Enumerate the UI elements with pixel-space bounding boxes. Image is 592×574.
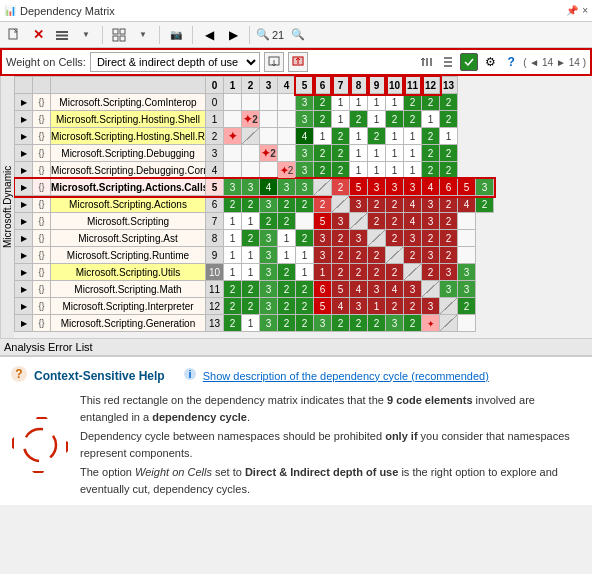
expand-cell[interactable]: ▶ [15, 281, 33, 298]
expand-cell[interactable]: ▶ [15, 264, 33, 281]
col-header-4[interactable]: 4 [278, 77, 296, 94]
row-label-13[interactable]: Microsoft.Scripting.Generation [51, 315, 206, 332]
expand-cell[interactable]: ▶ [15, 230, 33, 247]
col-header-11[interactable]: 11 [404, 77, 422, 94]
row-label-2[interactable]: Microsoft.Scripting.Hosting.Shell.R [51, 128, 206, 145]
svg-marker-23 [36, 417, 48, 419]
expand-cell[interactable]: ▶ [15, 213, 33, 230]
row-label-1[interactable]: Microsoft.Scripting.Hosting.Shell [51, 111, 206, 128]
forward-button[interactable]: ▶ [223, 25, 243, 45]
zoom-info: 🔍 21 [256, 28, 284, 41]
svg-point-27 [24, 429, 56, 461]
table-row: ▶ {} Microsoft.Scripting.Hosting.Shell 1… [15, 111, 494, 128]
table-row: ▶ {} Microsoft.Scripting.Utils 10 1 1 3 … [15, 264, 494, 281]
import-icon-button[interactable] [288, 52, 308, 72]
col-header-9[interactable]: 9 [368, 77, 386, 94]
type-icon: {} [33, 94, 51, 111]
zoom-value: 21 [272, 29, 284, 41]
arrange-cols-button[interactable] [418, 53, 436, 71]
settings-button[interactable] [52, 25, 72, 45]
table-row: ▶ {} Microsoft.Scripting.Actions.Calls 5… [15, 179, 494, 196]
side-label: Microsoft.Dynamic [0, 76, 14, 338]
window-title: Dependency Matrix [20, 5, 566, 17]
row-label-6[interactable]: Microsoft.Scripting.Actions [51, 196, 206, 213]
expand-cell[interactable]: ▶ [15, 179, 33, 196]
type-icon: {} [33, 179, 51, 196]
expand-cell[interactable]: ▶ [15, 247, 33, 264]
row-num-1: 1 [206, 111, 224, 128]
table-row: ▶ {} Microsoft.Scripting 7 1 1 2 2 5 3 2… [15, 213, 494, 230]
green-filter-button[interactable] [460, 53, 478, 71]
row-label-0[interactable]: Microsoft.Scripting.ComInterop [51, 94, 206, 111]
row-num-10: 10 [206, 264, 224, 281]
weight-bar: Weight on Cells: Direct & indirect depth… [0, 48, 592, 76]
svg-rect-3 [56, 38, 68, 40]
delete-button[interactable]: ✕ [28, 25, 48, 45]
row-label-7[interactable]: Microsoft.Scripting [51, 213, 206, 230]
analysis-error-bar[interactable]: Analysis Error List [0, 338, 592, 356]
expand-cell[interactable]: ▶ [15, 196, 33, 213]
svg-rect-7 [120, 36, 125, 41]
row-label-12[interactable]: Microsoft.Scripting.Interpreter [51, 298, 206, 315]
pin-button[interactable]: 📌 [566, 5, 578, 16]
table-row: ▶ {} Microsoft.Scripting.Hosting.Shell.R… [15, 128, 494, 145]
svg-text:i: i [188, 368, 191, 380]
col-header-7[interactable]: 7 [332, 77, 350, 94]
col-header-10[interactable]: 10 [386, 77, 404, 94]
help-title: Context-Sensitive Help [34, 369, 165, 383]
col-header-6[interactable]: 6 [314, 77, 332, 94]
help-paragraph-3: The option Weight on Cells set to Direct… [80, 464, 582, 497]
type-icon: {} [33, 111, 51, 128]
matrix-container[interactable]: 0 1 2 3 4 5 6 7 8 9 10 11 12 13 [14, 76, 592, 336]
sep2 [159, 26, 160, 44]
table-row: ▶ {} Microsoft.Scripting.Math 11 2 2 3 2… [15, 281, 494, 298]
row-num-4: 4 [206, 162, 224, 179]
nav-prev-label: ( ◄ 14 [523, 57, 553, 68]
zoom-fit-button[interactable]: 🔍 [288, 25, 308, 45]
table-row: ▶ {} Microsoft.Scripting.Generation 13 2… [15, 315, 494, 332]
camera-button[interactable]: 📷 [166, 25, 186, 45]
svg-rect-5 [120, 29, 125, 34]
rows-cols-button[interactable] [439, 53, 457, 71]
help-info-link[interactable]: Show description of the dependency cycle… [203, 370, 489, 382]
expand-cell[interactable]: ▶ [15, 128, 33, 145]
analysis-bar-label: Analysis Error List [4, 341, 93, 353]
col-header-12[interactable]: 12 [422, 77, 440, 94]
row-label-4[interactable]: Microsoft.Scripting.Debugging.Corr [51, 162, 206, 179]
col-header-5[interactable]: 5 [296, 77, 314, 94]
expand-cell[interactable]: ▶ [15, 94, 33, 111]
help-panel: ? Context-Sensitive Help i Show descript… [0, 356, 592, 505]
export-icon-button[interactable] [264, 52, 284, 72]
dropdown-btn2[interactable]: ▼ [133, 25, 153, 45]
col-header-8[interactable]: 8 [350, 77, 368, 94]
expand-cell[interactable]: ▶ [15, 145, 33, 162]
arrange-button[interactable] [109, 25, 129, 45]
expand-cell[interactable]: ▶ [15, 162, 33, 179]
row-label-10[interactable]: Microsoft.Scripting.Utils [51, 264, 206, 281]
dropdown-btn[interactable]: ▼ [76, 25, 96, 45]
row-label-9[interactable]: Microsoft.Scripting.Runtime [51, 247, 206, 264]
sep4 [249, 26, 250, 44]
col-header-13[interactable]: 13 [440, 77, 458, 94]
col-header-2[interactable]: 2 [242, 77, 260, 94]
gear-button[interactable]: ⚙ [481, 53, 499, 71]
svg-rect-1 [56, 31, 68, 33]
col-header-3[interactable]: 3 [260, 77, 278, 94]
row-label-8[interactable]: Microsoft.Scripting.Ast [51, 230, 206, 247]
expand-cell[interactable]: ▶ [15, 315, 33, 332]
row-label-11[interactable]: Microsoft.Scripting.Math [51, 281, 206, 298]
expand-cell[interactable]: ▶ [15, 111, 33, 128]
row-label-5[interactable]: Microsoft.Scripting.Actions.Calls [51, 179, 206, 196]
back-button[interactable]: ◀ [199, 25, 219, 45]
help-button[interactable]: ? [502, 53, 520, 71]
weight-select[interactable]: Direct & indirect depth of use Direct de… [90, 52, 260, 72]
col-header-0[interactable]: 0 [206, 77, 224, 94]
close-button[interactable]: × [582, 5, 588, 16]
col-header-1[interactable]: 1 [224, 77, 242, 94]
help-paragraph-1: This red rectangle on the dependency mat… [80, 392, 582, 425]
row-num-0: 0 [206, 94, 224, 111]
row-label-3[interactable]: Microsoft.Scripting.Debugging [51, 145, 206, 162]
row-num-7: 7 [206, 213, 224, 230]
new-button[interactable] [4, 25, 24, 45]
expand-cell[interactable]: ▶ [15, 298, 33, 315]
